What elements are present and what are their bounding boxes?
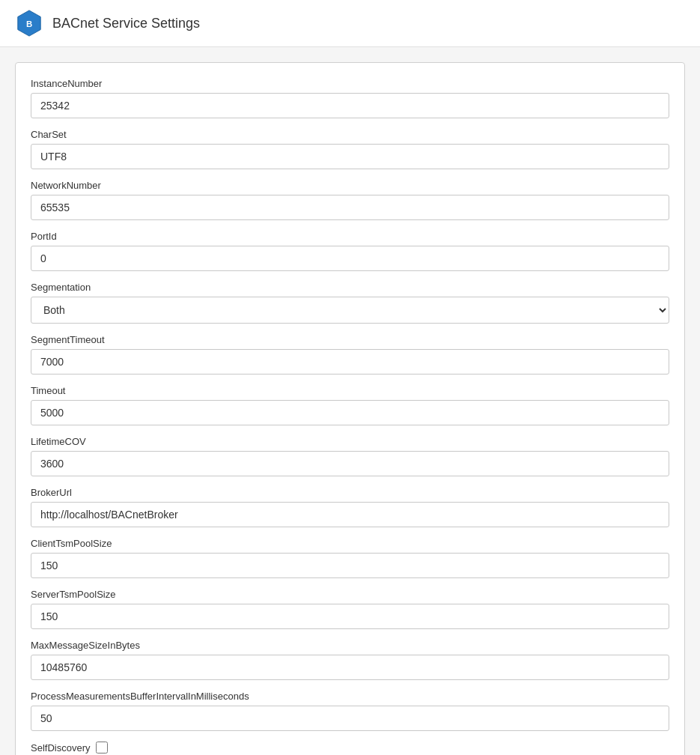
self-discovery-label: SelfDiscovery [31, 742, 90, 754]
segment-timeout-input[interactable] [31, 349, 669, 375]
lifetime-cov-input[interactable] [31, 451, 669, 476]
client-tsm-pool-size-group: ClientTsmPoolSize [31, 538, 669, 578]
char-set-group: CharSet [31, 129, 669, 169]
max-message-size-label: MaxMessageSizeInBytes [31, 640, 669, 651]
network-number-group: NetworkNumber [31, 180, 669, 220]
page-title: BACnet Service Settings [52, 16, 200, 31]
app-header: B BACnet Service Settings [0, 0, 700, 47]
port-id-label: PortId [31, 231, 669, 242]
instance-number-input[interactable] [31, 93, 669, 118]
broker-url-group: BrokerUrl [31, 487, 669, 527]
timeout-label: Timeout [31, 385, 669, 396]
self-discovery-group: SelfDiscovery [31, 742, 669, 754]
segmentation-group: Segmentation BothSegmented TransmitSegme… [31, 282, 669, 324]
instance-number-group: InstanceNumber [31, 78, 669, 118]
max-message-size-input[interactable] [31, 655, 669, 680]
process-measurements-label: ProcessMeasurementsBufferIntervalInMilli… [31, 691, 669, 702]
lifetime-cov-group: LifetimeCOV [31, 436, 669, 476]
process-measurements-group: ProcessMeasurementsBufferIntervalInMilli… [31, 691, 669, 731]
char-set-input[interactable] [31, 144, 669, 169]
client-tsm-pool-size-label: ClientTsmPoolSize [31, 538, 669, 549]
timeout-group: Timeout [31, 385, 669, 425]
segmentation-select[interactable]: BothSegmented TransmitSegmented ReceiveN… [31, 297, 669, 324]
app-logo-icon: B [15, 9, 43, 37]
self-discovery-checkbox[interactable] [96, 742, 108, 754]
process-measurements-input[interactable] [31, 706, 669, 731]
client-tsm-pool-size-input[interactable] [31, 553, 669, 578]
port-id-input[interactable] [31, 246, 669, 271]
segment-timeout-group: SegmentTimeout [31, 334, 669, 375]
server-tsm-pool-size-group: ServerTsmPoolSize [31, 589, 669, 629]
timeout-input[interactable] [31, 400, 669, 425]
svg-text:B: B [26, 19, 32, 28]
broker-url-label: BrokerUrl [31, 487, 669, 498]
instance-number-label: InstanceNumber [31, 78, 669, 89]
network-number-label: NetworkNumber [31, 180, 669, 191]
network-number-input[interactable] [31, 195, 669, 220]
lifetime-cov-label: LifetimeCOV [31, 436, 669, 447]
char-set-label: CharSet [31, 129, 669, 140]
settings-form-card: InstanceNumberCharSetNetworkNumberPortId… [15, 62, 685, 755]
port-id-group: PortId [31, 231, 669, 271]
max-message-size-group: MaxMessageSizeInBytes [31, 640, 669, 680]
server-tsm-pool-size-input[interactable] [31, 604, 669, 629]
server-tsm-pool-size-label: ServerTsmPoolSize [31, 589, 669, 600]
segmentation-label: Segmentation [31, 282, 669, 293]
segment-timeout-label: SegmentTimeout [31, 334, 669, 345]
broker-url-input[interactable] [31, 502, 669, 527]
main-content: InstanceNumberCharSetNetworkNumberPortId… [0, 47, 700, 755]
